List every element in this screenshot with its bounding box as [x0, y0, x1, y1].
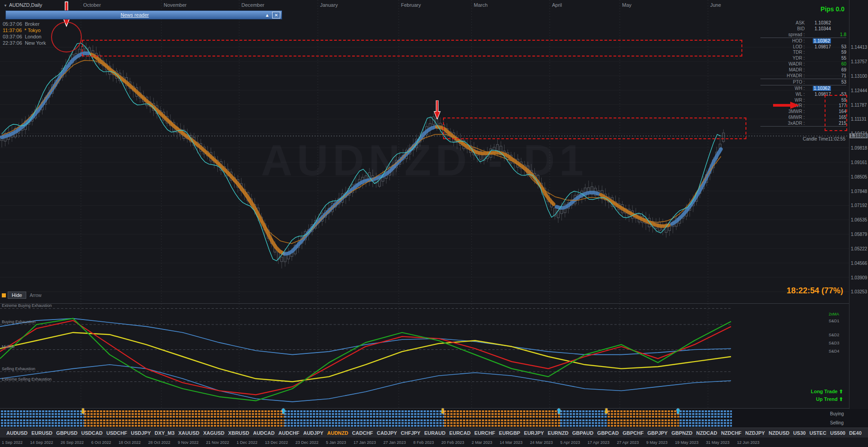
- exhaustion-level-label: Midline: [2, 344, 15, 349]
- symbol-tab-audchf[interactable]: AUDCHF: [278, 430, 299, 436]
- symbol-tab-gbpjpy[interactable]: GBPJPY: [647, 430, 668, 436]
- heatmap-run-blue: [1, 410, 84, 412]
- symbol-tab-usdjpy[interactable]: USDJPY: [131, 430, 151, 436]
- exhaustion-indicator-panel[interactable]: [0, 304, 849, 408]
- info-row: LOD :1.0981753: [760, 44, 846, 50]
- heatmap-band: [1, 410, 732, 419]
- exhaustion-level-label: Buying Exhaustion: [2, 320, 36, 324]
- price-axis-label: 1.06535: [851, 217, 867, 222]
- clock-row: 11:37:06 * Tokyo: [3, 27, 46, 33]
- symbol-tab-gbpaud[interactable]: GBPAUD: [572, 430, 594, 436]
- price-axis-label: 1.03909: [851, 275, 867, 280]
- heatmap-run-blue: [284, 419, 444, 421]
- indicator-line-trigger: [0, 319, 731, 401]
- symbol-tab-eurcad[interactable]: EURCAD: [449, 430, 471, 436]
- symbol-tab-us500[interactable]: US500: [830, 430, 845, 436]
- exhaustion-level-label: Extreme Buying Exhaustion: [2, 303, 52, 308]
- symbol-tab-euraud[interactable]: EURAUD: [424, 430, 445, 436]
- symbol-tab-us30[interactable]: US30: [793, 430, 806, 436]
- collapse-icon[interactable]: ▲: [264, 12, 271, 18]
- symbol-tab-cadchf[interactable]: CADCHF: [352, 430, 373, 436]
- heatmap-run-orange: [608, 416, 679, 418]
- symbol-tab-xbrusd[interactable]: XBRUSD: [228, 430, 249, 436]
- symbol-tab-nzdcad[interactable]: NZDCAD: [696, 430, 717, 436]
- heatmap-row-label: Buying: [830, 411, 844, 416]
- heatmap-run-orange: [444, 425, 560, 427]
- close-icon[interactable]: ✕: [272, 12, 280, 19]
- symbol-tab-gbpcad[interactable]: GBPCAD: [597, 430, 619, 436]
- price-axis[interactable]: 1.144131.137571.131001.124441.117871.111…: [849, 0, 868, 409]
- indicator-line-fast-signal: [0, 320, 731, 395]
- heatmap-run-orange: [84, 419, 284, 421]
- symbol-tab-usdchf[interactable]: USDCHF: [106, 430, 127, 436]
- month-label: May: [622, 2, 632, 8]
- date-axis-label: 21 Nov 2022: [206, 440, 229, 445]
- clock-row: 05:37:06 Broker: [3, 21, 46, 27]
- heatmap-run-blue: [1, 413, 84, 415]
- month-label: November: [164, 2, 187, 8]
- symbol-tab-audjpy[interactable]: AUDJPY: [303, 430, 324, 436]
- symbol-tab-gbpusd[interactable]: GBPUSD: [56, 430, 77, 436]
- symbol-tab-gbpnzd[interactable]: GBPNZD: [671, 430, 692, 436]
- main-price-chart[interactable]: [0, 0, 849, 303]
- indicator-square-icon: [2, 293, 6, 297]
- heatmap-run-blue: [1, 416, 84, 418]
- symbol-tab-nzdjpy[interactable]: NZDJPY: [745, 430, 765, 436]
- heatmap-run-orange: [444, 419, 560, 421]
- symbol-tab-chfjpy[interactable]: CHFJPY: [401, 430, 420, 436]
- trend-ribbon-down: [601, 195, 669, 226]
- symbol-tab-eurchf[interactable]: EURCHF: [474, 430, 495, 436]
- symbol-title-label: AUDNZD,Daily: [9, 2, 42, 8]
- indicator-right-label: S&D3: [829, 341, 840, 345]
- news-reader-titlebar[interactable]: News reader ▲ ✕: [5, 10, 282, 19]
- signal-label: Up Trend ⬆: [816, 396, 843, 402]
- month-label: April: [552, 2, 562, 8]
- signal-arrow-icon: ⬆: [839, 389, 843, 394]
- heatmap-run-blue: [679, 413, 732, 415]
- date-axis-label: 2 Mar 2023: [472, 440, 492, 445]
- symbol-tab-eurusd[interactable]: EURUSD: [31, 430, 52, 436]
- symbol-tab-xauusd[interactable]: XAUUSD: [179, 430, 199, 436]
- heatmap-run-blue: [560, 419, 608, 421]
- heatmap-run-orange: [84, 413, 284, 415]
- session-clocks: 05:37:06 Broker11:37:06 * Tokyo03:37:06 …: [3, 21, 46, 46]
- arrow-label: Arrow: [30, 293, 42, 298]
- date-axis-label: 14 Sep 2022: [30, 440, 53, 445]
- price-axis-label: 1.08505: [851, 174, 867, 179]
- info-row: WL :1.09817-53: [760, 91, 846, 97]
- symbol-tab-audnzd[interactable]: AUDNZD: [327, 430, 348, 436]
- heatmap-run-orange: [444, 413, 560, 415]
- heatmap-run-blue: [679, 410, 732, 412]
- symbol-tab-eurgbp[interactable]: EURGBP: [499, 430, 520, 436]
- symbol-tab-xagusd[interactable]: XAGUSD: [203, 430, 224, 436]
- session-countdown: 18:22:54 (77%): [787, 286, 843, 296]
- symbol-tab-de40[interactable]: DE40: [849, 430, 862, 436]
- symbol-tab-nzdchf[interactable]: NZDCHF: [721, 430, 741, 436]
- symbol-tab-ustec[interactable]: USTEC: [810, 430, 826, 436]
- indicator-line-upper-band: [0, 319, 731, 355]
- price-axis-label: 1.11131: [851, 117, 867, 122]
- info-row: ASK1.10362: [760, 20, 846, 26]
- symbol-tab-eurjpy[interactable]: EURJPY: [524, 430, 544, 436]
- symbol-tab-nzdusd[interactable]: NZDUSD: [769, 430, 789, 436]
- symbol-tab-dxy_m3[interactable]: DXY_M3: [155, 430, 175, 436]
- heatmap-run-blue: [560, 425, 608, 427]
- date-axis-label: 28 Oct 2022: [148, 440, 170, 445]
- symbol-tab-audcad[interactable]: AUDCAD: [253, 430, 275, 436]
- price-axis-label: 1.07848: [851, 189, 867, 194]
- hide-button[interactable]: Hide: [8, 292, 26, 299]
- market-info-panel: ASK1.10362BID1.10344spread :1.8HOD :1.10…: [760, 20, 846, 127]
- trend-heatmap-strip: ⬇⬆⬇⬆⬇⬆BuyingSelling: [0, 408, 868, 428]
- info-row: YDR :55: [760, 55, 846, 61]
- panel-separator: [0, 303, 849, 304]
- price-axis-label: 1.05222: [851, 246, 867, 251]
- info-row: TDR :59: [760, 49, 846, 55]
- price-axis-label: 1.13757: [851, 59, 867, 64]
- symbol-tab-eurnzd[interactable]: EURNZD: [548, 430, 569, 436]
- symbol-tab-usdcad[interactable]: USDCAD: [81, 430, 103, 436]
- info-row: WH :1.10362: [760, 85, 846, 91]
- symbols-bar: AUDUSDEURUSDGBPUSDUSDCADUSDCHFUSDJPYDXY_…: [0, 428, 868, 438]
- symbol-tab-audusd[interactable]: AUDUSD: [6, 430, 28, 436]
- symbol-tab-cadjpy[interactable]: CADJPY: [377, 430, 397, 436]
- symbol-tab-gbpchf[interactable]: GBPCHF: [623, 430, 643, 436]
